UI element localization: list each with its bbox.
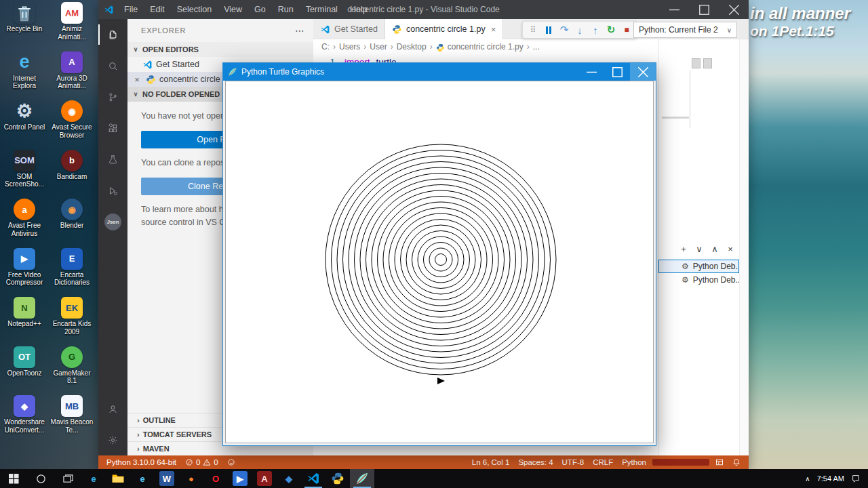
menu-run[interactable]: Run	[272, 0, 300, 19]
chevron-down-icon[interactable]: ∨	[694, 244, 704, 254]
step-over-icon[interactable]: ↷	[557, 22, 571, 37]
feedback-smiley-icon[interactable]	[224, 458, 238, 466]
turtle-canvas[interactable]	[225, 81, 654, 443]
desktop-icon-free-video-compressor[interactable]: ▶Free Video Compressor	[1, 247, 47, 292]
taskbar-python-ide-icon[interactable]	[326, 469, 350, 488]
language-mode-status[interactable]: Python	[619, 458, 649, 466]
turtle-maximize-button[interactable]	[604, 63, 630, 81]
taskbar-word-icon[interactable]: W	[155, 469, 179, 488]
tab-concentric-circle[interactable]: concentric circle 1.py ×	[385, 19, 503, 39]
desktop-icon-avast-free-antivirus[interactable]: aAvast Free Antivirus	[1, 198, 47, 243]
indentation-status[interactable]: Spaces: 4	[515, 458, 555, 466]
step-into-icon[interactable]: ↓	[573, 22, 587, 37]
desktop-icon-encarta-kids-2009[interactable]: EKEncarta Kids 2009	[49, 296, 95, 341]
desktop-icon-mavis-beacon-te[interactable]: MBMavis Beacon Te...	[49, 394, 95, 439]
start-button[interactable]	[0, 469, 27, 488]
explorer-icon[interactable]	[98, 19, 127, 50]
menu-edit[interactable]: Edit	[144, 0, 171, 19]
minimize-button[interactable]	[659, 0, 689, 19]
breadcrumb-item-c[interactable]: C:	[321, 42, 330, 52]
json-extension-icon[interactable]: Json	[98, 206, 127, 237]
taskbar-clock[interactable]: 7:54 AM	[817, 474, 844, 483]
menu-go[interactable]: Go	[248, 0, 272, 19]
notifications-bell-icon[interactable]	[730, 458, 743, 466]
desktop-icon-internet-explora[interactable]: eInternet Explora	[1, 51, 47, 96]
testing-icon[interactable]	[98, 144, 127, 175]
source-control-icon[interactable]	[98, 81, 127, 113]
desktop-icon-notepad[interactable]: NNotepad++	[1, 296, 47, 341]
taskbar-microsoft-edge-icon[interactable]: e	[81, 469, 106, 488]
eol-status[interactable]: CRLF	[590, 458, 616, 466]
desktop-icon-recycle-bin[interactable]: Recycle Bin	[1, 1, 47, 46]
close-tab-icon[interactable]: ×	[491, 24, 496, 35]
cortana-search-button[interactable]	[27, 469, 54, 488]
run-debug-icon[interactable]	[98, 175, 127, 206]
maximize-button[interactable]	[689, 0, 719, 19]
add-icon[interactable]: +	[679, 244, 688, 254]
collapse-up-icon[interactable]: ∧	[710, 244, 719, 254]
open-editors-section-header[interactable]: ∨ OPEN EDITORS	[127, 42, 313, 57]
settings-gear-icon[interactable]	[98, 424, 127, 455]
extensions-icon[interactable]	[98, 113, 127, 144]
problems-status[interactable]: 0 0	[182, 458, 221, 466]
desktop-icon-opentoonz[interactable]: OTOpenToonz	[1, 346, 47, 390]
breadcrumb-item-user[interactable]: User	[370, 42, 387, 52]
close-editor-icon[interactable]: ×	[132, 75, 142, 85]
taskbar-media-player-icon[interactable]: ▶	[228, 469, 252, 488]
encoding-status[interactable]: UTF-8	[559, 458, 587, 466]
turtle-close-button[interactable]	[630, 63, 656, 81]
account-icon[interactable]	[98, 393, 127, 424]
taskbar-internet-explorer-icon[interactable]: e	[130, 469, 155, 488]
taskbar-opera-icon[interactable]: O	[203, 469, 228, 488]
action-center-icon[interactable]	[851, 474, 861, 484]
taskbar-vscode-icon[interactable]	[301, 469, 326, 488]
close-icon[interactable]: ×	[726, 244, 735, 254]
turtle-titlebar[interactable]: Python Turtle Graphics	[223, 63, 656, 81]
desktop-icon-encarta-dictionaries[interactable]: EEncarta Dictionaries	[49, 247, 95, 292]
desktop-icon-som-screensho[interactable]: SOMSOM ScreenSho...	[1, 149, 47, 194]
python-file-icon	[392, 24, 402, 35]
pause-icon[interactable]	[542, 22, 555, 37]
debug-config-item[interactable]: ⚙Python Deb...	[658, 260, 739, 273]
debug-config-dropdown[interactable]: Python: Current File 2 ∨	[633, 22, 737, 38]
desktop-icon-blender[interactable]: ◉Blender	[49, 198, 95, 243]
step-out-icon[interactable]: ↑	[589, 22, 602, 37]
taskbar-blue-app-icon[interactable]: ◆	[277, 469, 301, 488]
python-interpreter-status[interactable]: Python 3.10.0 64-bit	[104, 458, 179, 466]
remote-layout-icon[interactable]	[713, 458, 726, 466]
desktop-icon-bandicam[interactable]: bBandicam	[49, 149, 95, 194]
breadcrumb-label: User	[370, 42, 387, 52]
desktop-icon-aurora-3d-animati[interactable]: AAurora 3D Animati...	[49, 51, 95, 96]
taskbar-turtle-graphics-icon[interactable]	[350, 469, 374, 488]
taskbar-adobe-app-icon[interactable]: A	[252, 469, 277, 488]
task-view-button[interactable]	[54, 469, 81, 488]
close-button[interactable]	[719, 0, 749, 19]
stop-icon[interactable]: ■	[620, 22, 633, 37]
desktop-icon-avast-secure-browser[interactable]: ◉Avast Secure Browser	[49, 100, 95, 144]
breadcrumb-item-desktop[interactable]: Desktop	[397, 42, 427, 52]
taskbar-firefox-icon[interactable]: ●	[179, 469, 203, 488]
editor-scrollbar[interactable]	[739, 39, 749, 455]
tray-expand-icon[interactable]: ∧	[805, 475, 810, 483]
breadcrumb-item-concentric-circle-1-py[interactable]: concentric circle 1.py	[436, 42, 524, 52]
breadcrumb-item-[interactable]: ...	[533, 42, 540, 52]
restart-icon[interactable]: ↻	[604, 22, 618, 37]
tab-get-started[interactable]: Get Started	[313, 19, 385, 39]
internet-explorer-glyph: e	[135, 471, 150, 486]
menu-selection[interactable]: Selection	[171, 0, 218, 19]
desktop-icon-wondershare-uniconvert[interactable]: ◆Wondershare UniConvert...	[1, 394, 47, 439]
search-icon[interactable]	[98, 50, 127, 81]
more-actions-icon[interactable]: ⋯	[295, 25, 305, 36]
desktop-icon-control-panel[interactable]: ⚙Control Panel	[1, 100, 47, 144]
menu-file[interactable]: File	[118, 0, 144, 19]
desktop-icon-animiz-animati[interactable]: AMAnimiz Animati...	[49, 1, 95, 46]
debug-config-item[interactable]: ⚙Python Deb...	[658, 273, 739, 287]
vscode-file-icon	[142, 60, 153, 70]
desktop-icon-gamemaker-8-1[interactable]: GGameMaker 8.1	[49, 346, 95, 390]
cursor-position-status[interactable]: Ln 6, Col 1	[469, 458, 513, 466]
taskbar-file-explorer-icon[interactable]	[106, 469, 130, 488]
breadcrumb-item-users[interactable]: Users	[339, 42, 360, 52]
turtle-minimize-button[interactable]	[578, 63, 604, 81]
menu-view[interactable]: View	[218, 0, 248, 19]
menu-terminal[interactable]: Terminal	[300, 0, 344, 19]
